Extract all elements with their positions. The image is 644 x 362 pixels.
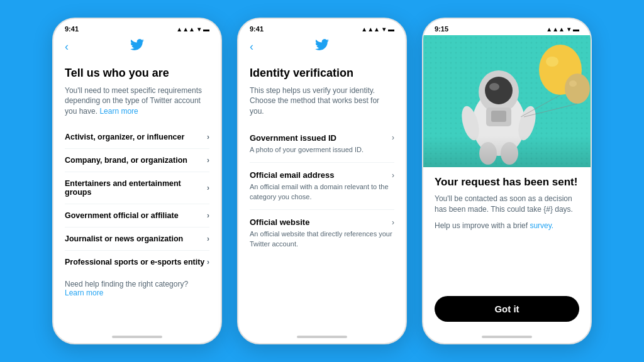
battery-icon-3: ▬ [573, 26, 579, 33]
hero-image-area [423, 35, 591, 167]
category-item-1[interactable]: Activist, organizer, or influencer › [65, 126, 209, 149]
status-bar-3: 9:15 ▲▲▲ ▾ ▬ [423, 19, 591, 35]
verification-options: Government issued ID › A photo of your g… [250, 126, 394, 256]
phones-container: 9:41 ▲▲▲ ▾ ▬ ‹ Tell us who you are You'l… [40, 5, 604, 357]
survey-link-text: Help us improve with a brief survey. [435, 221, 579, 230]
category-item-6[interactable]: Professional sports or e-sports entity › [65, 251, 209, 273]
category-item-2[interactable]: Company, brand, or organization › [65, 149, 209, 172]
phone3-bottom: Your request has been sent! You'll be co… [423, 167, 591, 331]
status-bar-2: 9:41 ▲▲▲ ▾ ▬ [238, 19, 406, 35]
svg-point-16 [569, 80, 577, 87]
signal-icon-1: ▲▲▲ [176, 26, 195, 33]
phone1-help-learn-more[interactable]: Learn more [65, 288, 103, 297]
category-item-4[interactable]: Government official or affiliate › [65, 204, 209, 228]
status-time-1: 9:41 [65, 25, 79, 33]
chevron-icon-5: › [207, 234, 209, 243]
svg-point-14 [546, 57, 558, 67]
svg-point-6 [489, 83, 499, 90]
back-arrow-2[interactable]: ‹ [250, 40, 253, 53]
wifi-icon-3: ▾ [567, 26, 570, 33]
chevron-icon-4: › [207, 211, 209, 220]
nav-bar-2: ‹ [238, 35, 406, 60]
chevron-icon-6: › [207, 258, 209, 266]
twitter-logo-1 [130, 38, 144, 55]
signal-icon-3: ▲▲▲ [546, 26, 565, 33]
astronaut-svg [423, 35, 591, 167]
status-time-3: 9:15 [435, 25, 448, 33]
phone1-learn-more[interactable]: Learn more [99, 107, 138, 116]
phone1-content: Tell us who you are You'll need to meet … [53, 60, 221, 331]
home-bar-3 [482, 336, 532, 338]
category-item-3[interactable]: Entertainers and entertainment groups › [65, 172, 209, 204]
chevron-icon-3: › [207, 184, 209, 192]
status-time-2: 9:41 [250, 25, 264, 33]
home-indicator-3 [423, 331, 591, 343]
phone2-title: Identity verification [250, 67, 394, 80]
home-indicator-2 [238, 331, 406, 343]
chevron-v2: › [392, 171, 394, 180]
phone-2: 9:41 ▲▲▲ ▾ ▬ ‹ Identity verification Thi… [237, 18, 407, 344]
phone-1: 9:41 ▲▲▲ ▾ ▬ ‹ Tell us who you are You'l… [52, 18, 222, 344]
verification-option-1[interactable]: Government issued ID › A photo of your g… [250, 126, 394, 163]
phone2-subtitle: This step helps us verify your identity.… [250, 85, 394, 117]
battery-icon-1: ▬ [203, 26, 209, 33]
home-bar-1 [112, 336, 162, 338]
request-desc: You'll be contacted as soon as a decisio… [435, 194, 579, 215]
signal-icon-2: ▲▲▲ [361, 26, 380, 33]
chevron-v1: › [392, 133, 394, 142]
phone1-subtitle: You'll need to meet specific requirement… [65, 85, 209, 117]
battery-icon-2: ▬ [388, 26, 394, 33]
request-title: Your request has been sent! [435, 176, 579, 189]
nav-bar-1: ‹ [53, 35, 221, 60]
category-list: Activist, organizer, or influencer › Com… [65, 126, 209, 273]
phone2-content: Identity verification This step helps us… [238, 60, 406, 331]
status-bar-1: 9:41 ▲▲▲ ▾ ▬ [53, 19, 221, 35]
help-link: Need help finding the right category? Le… [65, 280, 209, 297]
chevron-v3: › [392, 218, 394, 227]
back-arrow-1[interactable]: ‹ [65, 40, 69, 53]
twitter-logo-2 [315, 38, 329, 55]
verification-option-3[interactable]: Official website › An official website t… [250, 210, 394, 256]
astronaut-background [423, 35, 591, 167]
home-indicator-1 [53, 331, 221, 343]
chevron-icon-1: › [207, 133, 209, 141]
wifi-icon-2: ▾ [382, 26, 386, 33]
chevron-icon-2: › [207, 156, 209, 165]
home-bar-2 [297, 336, 347, 338]
phone1-title: Tell us who you are [65, 67, 209, 80]
got-it-button[interactable]: Got it [435, 296, 579, 322]
phone-3: 9:15 ▲▲▲ ▾ ▬ [422, 18, 592, 344]
svg-rect-19 [423, 136, 591, 167]
svg-point-15 [565, 74, 590, 104]
wifi-icon-1: ▾ [197, 26, 201, 33]
svg-rect-12 [491, 111, 506, 122]
verification-option-2[interactable]: Official email address › An official ema… [250, 163, 394, 210]
category-item-5[interactable]: Journalist or news organization › [65, 228, 209, 251]
svg-point-5 [485, 77, 513, 104]
survey-link[interactable]: survey. [530, 221, 553, 230]
